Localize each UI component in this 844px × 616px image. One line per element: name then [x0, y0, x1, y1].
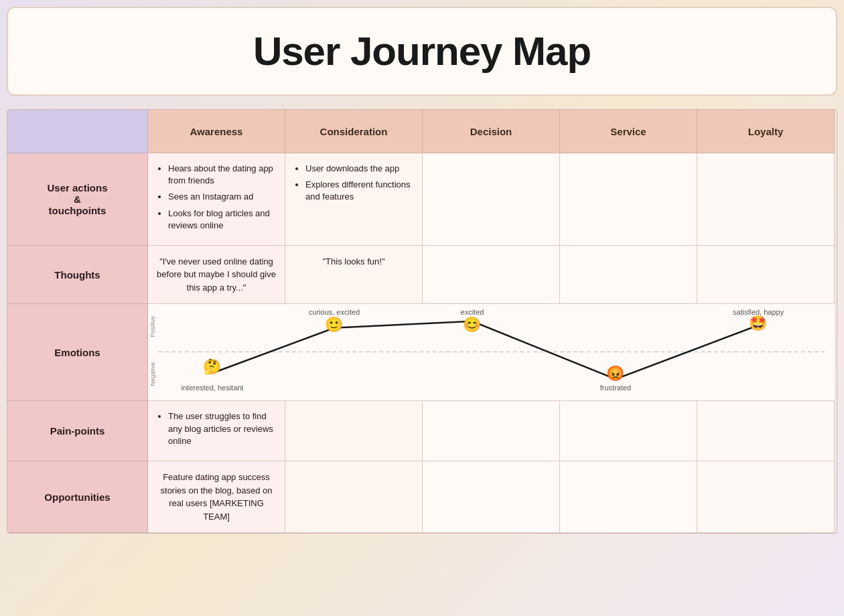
- svg-text:🙂: 🙂: [325, 315, 344, 333]
- opportunities-decision: [423, 461, 560, 533]
- svg-text:😊: 😊: [463, 315, 482, 333]
- row-label-pain-points: Pain-points: [7, 401, 148, 461]
- user-actions-consideration: User downloads the app Explores differen…: [285, 153, 423, 246]
- page-title: User Journey Map: [28, 28, 816, 74]
- list-item: Hears about the dating app from friends: [168, 163, 277, 187]
- row-label-thoughts: Thoughts: [7, 246, 148, 305]
- col-header-consideration: Consideration: [285, 110, 423, 153]
- row-label-opportunities: Opportunities: [7, 461, 148, 533]
- user-actions-loyalty: [697, 153, 835, 246]
- svg-text:interested, hesitant: interested, hesitant: [182, 384, 244, 392]
- user-actions-awareness: Hears about the dating app from friends …: [148, 153, 285, 246]
- opportunities-awareness: Feature dating app success stories on th…: [148, 461, 285, 533]
- opportunities-loyalty: [697, 461, 835, 533]
- list-item: User downloads the app: [305, 163, 414, 175]
- list-item: The user struggles to find any blog arti…: [168, 410, 277, 447]
- opportunities-service: [560, 461, 697, 533]
- list-item: Sees an Instagram ad: [168, 191, 277, 203]
- col-header-loyalty: Loyalty: [697, 110, 835, 153]
- col-header-awareness: Awareness: [148, 110, 285, 153]
- thoughts-consideration: "This looks fun!": [285, 246, 423, 305]
- pain-points-loyalty: [697, 401, 835, 461]
- svg-text:🤩: 🤩: [749, 314, 768, 332]
- header-empty-cell: [7, 110, 148, 153]
- row-label-emotions: Emotions: [7, 304, 148, 401]
- pain-points-consideration: [285, 401, 423, 461]
- emotions-chart: Positive Negative interested, hesitant 🤔…: [148, 304, 835, 401]
- col-header-decision: Decision: [423, 110, 560, 153]
- thoughts-decision: [423, 246, 560, 305]
- thoughts-loyalty: [697, 246, 835, 305]
- svg-text:curious, excited: curious, excited: [309, 308, 360, 316]
- user-actions-decision: [423, 153, 560, 246]
- page-wrapper: User Journey Map Awareness Consideration…: [0, 0, 844, 616]
- list-item: Explores different functions and feature…: [305, 179, 414, 203]
- pain-points-service: [560, 401, 697, 461]
- thoughts-service: [560, 246, 697, 305]
- col-header-service: Service: [560, 110, 697, 153]
- thoughts-awareness: "I've never used online dating before bu…: [148, 246, 285, 305]
- svg-text:frustrated: frustrated: [600, 384, 631, 392]
- svg-text:excited: excited: [461, 308, 484, 316]
- pain-points-decision: [423, 401, 560, 461]
- opportunities-consideration: [285, 461, 423, 533]
- row-label-user-actions: User actions & touchpoints: [7, 153, 148, 246]
- journey-map-grid: Awareness Consideration Decision Service…: [7, 109, 837, 534]
- svg-text:😡: 😡: [606, 365, 625, 383]
- title-box: User Journey Map: [7, 7, 837, 96]
- list-item: Looks for blog articles and reviews onli…: [168, 208, 277, 232]
- pain-points-awareness: The user struggles to find any blog arti…: [148, 401, 285, 461]
- user-actions-service: [560, 153, 697, 246]
- svg-text:🤔: 🤔: [203, 358, 222, 376]
